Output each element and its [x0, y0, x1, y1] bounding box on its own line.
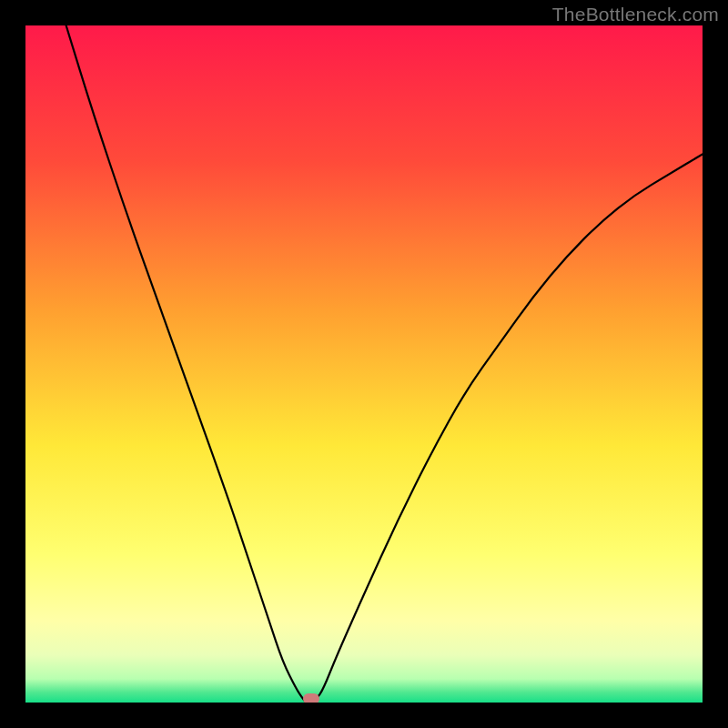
watermark-text: TheBottleneck.com — [552, 4, 719, 25]
bottleneck-curve — [25, 25, 703, 703]
plot-area — [25, 25, 703, 703]
minimum-marker — [303, 693, 319, 703]
chart-frame: TheBottleneck.com — [0, 0, 728, 728]
